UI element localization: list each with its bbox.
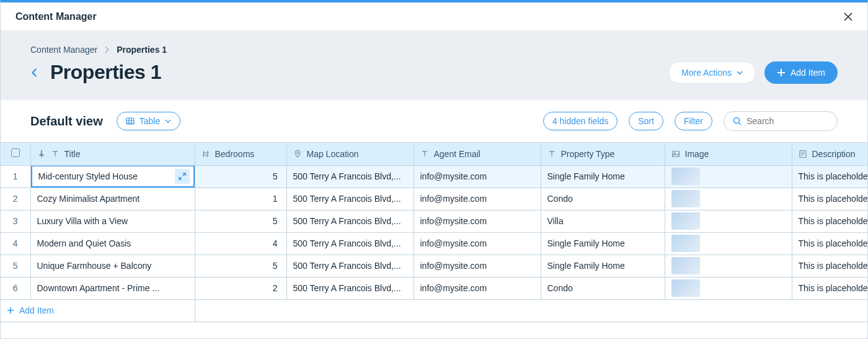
cell-email[interactable]: info@mysite.com	[414, 210, 541, 232]
row-number[interactable]: 6	[1, 277, 30, 299]
location-icon	[293, 150, 302, 158]
cell-title-text: Mid-century Styled House	[38, 171, 138, 181]
image-thumbnail	[671, 168, 700, 185]
cell-email[interactable]: info@mysite.com	[414, 255, 541, 277]
row-number[interactable]: 1	[1, 165, 30, 188]
cell-email[interactable]: info@mysite.com	[414, 277, 541, 299]
row-number[interactable]: 3	[1, 210, 30, 232]
table-row[interactable]: 6Downtown Apartment - Prime ...2500 Terr…	[1, 277, 867, 299]
cell-description[interactable]: This is placeholde	[792, 277, 867, 299]
cell-property-type[interactable]: Villa	[541, 210, 665, 232]
cell-title[interactable]: Modern and Quiet Oasis	[30, 232, 195, 255]
add-item-button[interactable]: Add Item	[764, 61, 838, 84]
select-all-header[interactable]	[1, 143, 30, 165]
filter-button[interactable]: Filter	[675, 112, 712, 130]
cell-email[interactable]: info@mysite.com	[414, 188, 541, 210]
cell-title[interactable]: Unique Farmhouse + Balcony	[30, 255, 195, 277]
pin-icon	[37, 150, 46, 158]
cell-location[interactable]: 500 Terry A Francois Blvd,...	[286, 188, 414, 210]
col-header-email[interactable]: Agent Email	[414, 143, 541, 165]
richtext-icon	[799, 150, 807, 158]
image-thumbnail	[671, 235, 700, 252]
cell-image[interactable]	[665, 255, 792, 277]
data-table: Title Bedrooms Map Location Agent Email …	[1, 142, 867, 338]
cell-image[interactable]	[665, 232, 792, 255]
table-row[interactable]: 1Mid-century Styled House5500 Terry A Fr…	[1, 165, 867, 188]
cell-property-type[interactable]: Condo	[541, 277, 665, 299]
cell-description[interactable]: This is placeholde	[792, 165, 867, 188]
add-item-row-label: Add Item	[19, 305, 54, 315]
expand-cell-button[interactable]	[175, 169, 190, 184]
cell-description[interactable]: This is placeholde	[792, 210, 867, 232]
cell-description[interactable]: This is placeholde	[792, 232, 867, 255]
text-icon	[420, 150, 429, 158]
cell-image[interactable]	[665, 210, 792, 232]
table-row[interactable]: 5Unique Farmhouse + Balcony5500 Terry A …	[1, 255, 867, 277]
col-header-title[interactable]: Title	[30, 143, 195, 165]
chevron-right-icon	[105, 46, 109, 53]
cell-property-type[interactable]: Single Family Home	[541, 165, 665, 188]
row-number[interactable]: 5	[1, 255, 30, 277]
more-actions-label: More Actions	[681, 68, 732, 78]
cell-description[interactable]: This is placeholde	[792, 188, 867, 210]
expand-icon	[179, 173, 186, 180]
cell-bedrooms[interactable]: 5	[195, 165, 286, 188]
add-item-row[interactable]: Add Item	[1, 299, 867, 322]
cell-bedrooms[interactable]: 5	[195, 210, 286, 232]
view-name: Default view	[30, 114, 103, 129]
hidden-fields-button[interactable]: 4 hidden fields	[543, 112, 618, 130]
cell-title[interactable]: Luxury Villa with a View	[30, 210, 195, 232]
cell-description[interactable]: This is placeholde	[792, 255, 867, 277]
svg-point-2	[296, 151, 298, 153]
cell-title[interactable]: Downtown Apartment - Prime ...	[30, 277, 195, 299]
col-header-image[interactable]: Image	[665, 143, 792, 165]
view-toolbar: Default view Table 4 hidden fields Sort …	[1, 100, 867, 142]
cell-title[interactable]: Cozy Minimalist Apartment	[30, 188, 195, 210]
cell-email[interactable]: info@mysite.com	[414, 232, 541, 255]
col-header-desc[interactable]: Description	[792, 143, 867, 165]
add-item-label: Add Item	[790, 68, 825, 78]
col-header-location[interactable]: Map Location	[286, 143, 414, 165]
plus-icon	[777, 68, 786, 77]
table-row[interactable]: 3Luxury Villa with a View5500 Terry A Fr…	[1, 210, 867, 232]
cell-location[interactable]: 500 Terry A Francois Blvd,...	[286, 255, 414, 277]
cell-email[interactable]: info@mysite.com	[414, 165, 541, 188]
cell-location[interactable]: 500 Terry A Francois Blvd,...	[286, 165, 414, 188]
text-icon	[51, 150, 60, 158]
close-icon[interactable]	[844, 12, 852, 21]
cell-title[interactable]: Mid-century Styled House	[30, 165, 195, 188]
row-number[interactable]: 4	[1, 232, 30, 255]
view-layout-selector[interactable]: Table	[117, 112, 180, 130]
more-actions-button[interactable]: More Actions	[668, 61, 756, 84]
table-row[interactable]: 2Cozy Minimalist Apartment1500 Terry A F…	[1, 188, 867, 210]
plus-icon	[7, 307, 14, 314]
checkbox-icon	[11, 148, 20, 157]
cell-image[interactable]	[665, 188, 792, 210]
cell-bedrooms[interactable]: 4	[195, 232, 286, 255]
back-chevron-icon[interactable]	[30, 68, 39, 77]
cell-bedrooms[interactable]: 2	[195, 277, 286, 299]
table-row[interactable]: 4Modern and Quiet Oasis4500 Terry A Fran…	[1, 232, 867, 255]
breadcrumb-root[interactable]: Content Manager	[30, 45, 97, 55]
view-layout-label: Table	[140, 116, 160, 126]
cell-bedrooms[interactable]: 5	[195, 255, 286, 277]
cell-bedrooms[interactable]: 1	[195, 188, 286, 210]
cell-image[interactable]	[665, 165, 792, 188]
cell-location[interactable]: 500 Terry A Francois Blvd,...	[286, 210, 414, 232]
col-header-bedrooms[interactable]: Bedrooms	[195, 143, 286, 165]
table-icon	[126, 117, 135, 125]
search-field[interactable]	[724, 111, 838, 131]
cell-property-type[interactable]: Single Family Home	[541, 232, 665, 255]
row-number[interactable]: 2	[1, 188, 30, 210]
sort-button[interactable]: Sort	[629, 112, 663, 130]
search-input[interactable]	[746, 116, 855, 126]
cell-property-type[interactable]: Condo	[541, 188, 665, 210]
text-icon	[547, 150, 556, 158]
breadcrumb: Content Manager Properties 1	[30, 45, 838, 55]
col-header-ptype[interactable]: Property Type	[541, 143, 665, 165]
cell-property-type[interactable]: Single Family Home	[541, 255, 665, 277]
cell-location[interactable]: 500 Terry A Francois Blvd,...	[286, 232, 414, 255]
cell-image[interactable]	[665, 277, 792, 299]
breadcrumb-current: Properties 1	[117, 45, 167, 55]
cell-location[interactable]: 500 Terry A Francois Blvd,...	[286, 277, 414, 299]
